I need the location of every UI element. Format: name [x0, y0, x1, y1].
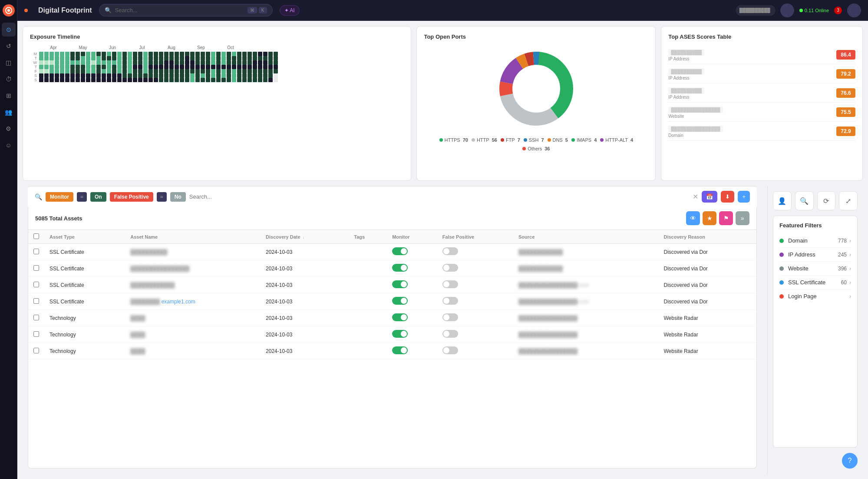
- heatmap-row-m: M: [30, 52, 404, 56]
- row-checkbox[interactable]: [33, 331, 39, 337]
- cell-asset-type: SSL Certificate: [44, 293, 125, 310]
- sidebar-item-users[interactable]: 👥: [2, 105, 16, 119]
- row-checkbox[interactable]: [33, 265, 39, 271]
- total-assets-count: 5085 Total Assets: [35, 215, 82, 222]
- cell-monitor[interactable]: [387, 293, 437, 310]
- heatmap-cell: [185, 73, 189, 78]
- clear-filter-icon[interactable]: ✕: [693, 193, 698, 201]
- cell-false-positive[interactable]: [437, 310, 513, 326]
- row-checkbox-cell[interactable]: [28, 277, 44, 293]
- heatmap-cell: [128, 52, 132, 56]
- heatmap-cell: [122, 56, 127, 60]
- heatmap-cell: [232, 52, 236, 56]
- sidebar-item-settings[interactable]: ⚙: [2, 122, 16, 136]
- view-btn-star[interactable]: ★: [703, 211, 716, 225]
- person-icon-btn[interactable]: 👤: [773, 191, 792, 210]
- heatmap-cell: [216, 60, 221, 65]
- cell-monitor[interactable]: [387, 326, 437, 343]
- cell-monitor[interactable]: [387, 310, 437, 326]
- row-checkbox-cell[interactable]: [28, 260, 44, 277]
- heatmap-cell: [102, 60, 106, 65]
- monitor-toggle[interactable]: [392, 313, 408, 321]
- fp-toggle[interactable]: [442, 264, 458, 272]
- monitor-toggle[interactable]: [392, 264, 408, 272]
- global-search-bar[interactable]: 🔍 ⌘ K: [99, 4, 273, 17]
- row-checkbox-cell[interactable]: [28, 310, 44, 326]
- filter-tag-monitor[interactable]: Monitor: [46, 192, 73, 202]
- heatmap-cell: [211, 65, 215, 69]
- notification-badge[interactable]: 3: [834, 7, 842, 14]
- fp-toggle[interactable]: [442, 330, 458, 338]
- featured-filter-item[interactable]: SSL Certificate 60 ›: [779, 276, 851, 289]
- featured-filter-item[interactable]: IP Address 245 ›: [779, 248, 851, 262]
- row-checkbox-cell[interactable]: [28, 244, 44, 260]
- filter-tag-no[interactable]: No: [170, 192, 186, 202]
- monitor-toggle[interactable]: [392, 247, 408, 255]
- cell-monitor[interactable]: [387, 244, 437, 260]
- cell-false-positive[interactable]: [437, 343, 513, 359]
- view-btn-eye[interactable]: 👁: [686, 211, 700, 225]
- row-checkbox-cell[interactable]: [28, 343, 44, 359]
- cell-monitor[interactable]: [387, 343, 437, 359]
- view-btn-more[interactable]: »: [736, 211, 749, 225]
- heatmap-grid: MTWTFSS: [30, 52, 404, 82]
- heatmap-cell: [50, 60, 54, 65]
- col-discovery-date[interactable]: Discovery Date ↓: [261, 230, 349, 244]
- sidebar-item-home[interactable]: ⊙: [2, 23, 16, 37]
- expand-icon-btn[interactable]: ⤢: [839, 191, 858, 210]
- calendar-button[interactable]: 📅: [702, 191, 717, 203]
- ai-button[interactable]: ✦ AI: [280, 5, 300, 16]
- filter-search-input[interactable]: [189, 193, 690, 200]
- filter-tag-false-positive[interactable]: False Positive: [110, 192, 153, 202]
- row-checkbox-cell[interactable]: [28, 293, 44, 310]
- featured-filter-item[interactable]: Domain 778 ›: [779, 234, 851, 248]
- row-checkbox[interactable]: [33, 249, 39, 254]
- col-select-all[interactable]: [28, 230, 44, 244]
- heatmap-cell: [201, 65, 205, 69]
- monitor-toggle[interactable]: [392, 346, 408, 354]
- history-icon-btn[interactable]: ⟳: [817, 191, 836, 210]
- featured-filter-item[interactable]: Login Page ›: [779, 289, 851, 303]
- monitor-toggle[interactable]: [392, 297, 408, 305]
- cell-false-positive[interactable]: [437, 277, 513, 293]
- cell-monitor[interactable]: [387, 260, 437, 277]
- view-btn-flag[interactable]: ⚑: [719, 211, 733, 225]
- search-input[interactable]: [115, 7, 244, 13]
- fp-toggle[interactable]: [442, 297, 458, 305]
- heatmap-cell: [81, 65, 85, 69]
- featured-filter-item[interactable]: Website 396 ›: [779, 262, 851, 276]
- sidebar-item-user[interactable]: ☺: [2, 138, 16, 152]
- table-row: Technology ████ 2024-10-03 █████████████…: [28, 343, 756, 359]
- row-checkbox[interactable]: [33, 348, 39, 353]
- fp-toggle[interactable]: [442, 346, 458, 354]
- ases-row: ████████████████ Domain 72.9: [668, 122, 855, 141]
- sidebar-item-refresh[interactable]: ↺: [2, 39, 16, 53]
- row-checkbox-cell[interactable]: [28, 326, 44, 343]
- donut-chart-container: HTTPS 70 HTTP 56 FTP 7: [424, 45, 648, 151]
- fp-toggle[interactable]: [442, 247, 458, 255]
- cell-false-positive[interactable]: [437, 244, 513, 260]
- monitor-toggle[interactable]: [392, 280, 408, 288]
- ases-score-badge: 75.5: [836, 107, 855, 117]
- sidebar-item-timeline[interactable]: ⏱: [2, 72, 16, 86]
- row-checkbox[interactable]: [33, 315, 39, 320]
- cell-false-positive[interactable]: [437, 326, 513, 343]
- add-button[interactable]: +: [738, 191, 750, 203]
- export-button[interactable]: ⬇: [721, 191, 734, 203]
- monitor-toggle[interactable]: [392, 330, 408, 338]
- search-icon-btn[interactable]: 🔍: [795, 191, 814, 210]
- sidebar-item-alerts[interactable]: ◫: [2, 56, 16, 70]
- sidebar-item-grid[interactable]: ⊞: [2, 89, 16, 103]
- cell-false-positive[interactable]: [437, 293, 513, 310]
- cell-monitor[interactable]: [387, 277, 437, 293]
- user-menu[interactable]: [847, 3, 861, 17]
- fp-toggle[interactable]: [442, 280, 458, 288]
- asset-link[interactable]: example1.com: [162, 299, 195, 305]
- row-checkbox[interactable]: [33, 298, 39, 304]
- cell-false-positive[interactable]: [437, 260, 513, 277]
- row-checkbox[interactable]: [33, 282, 39, 287]
- fp-toggle[interactable]: [442, 313, 458, 321]
- select-all-checkbox[interactable]: [33, 233, 39, 239]
- filter-tag-on[interactable]: On: [90, 192, 106, 202]
- help-button[interactable]: ?: [842, 453, 858, 469]
